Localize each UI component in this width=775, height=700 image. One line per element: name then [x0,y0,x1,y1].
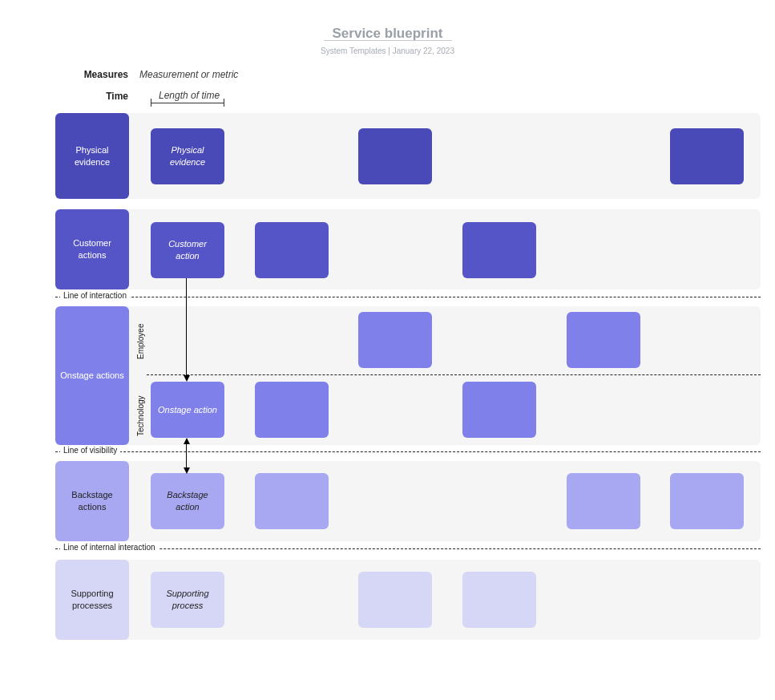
card-physical-evidence-3[interactable] [670,128,744,184]
card-customer-action-3[interactable] [462,222,536,278]
card-onstage-technology-1[interactable]: Onstage action [151,382,224,438]
arrow-up-icon [184,438,190,444]
card-text: Backstage action [151,473,224,529]
card-supporting-1[interactable]: Supporting process [151,572,224,628]
row-label-backstage-actions: Backstage actions [55,461,129,541]
divider-label: Line of internal interaction [60,543,159,552]
page-subtitle: System Templates | January 22, 2023 [0,47,775,55]
card-backstage-4[interactable] [670,473,744,529]
card-physical-evidence-1[interactable]: Physical evidence [151,128,224,184]
row-label-onstage-actions: Onstage actions [55,306,129,445]
card-onstage-technology-3[interactable] [462,382,536,438]
card-supporting-3[interactable] [462,572,536,628]
measures-value: Measurement or metric [139,69,238,80]
divider-label: Line of interaction [60,291,130,300]
card-onstage-employee-1[interactable] [358,312,432,368]
card-supporting-2[interactable] [358,572,432,628]
time-bracket-icon [151,99,224,107]
divider-line-of-internal-interaction: Line of internal interaction [55,544,761,555]
page-title: Service blueprint [0,26,775,42]
onstage-sub-divider [147,374,761,375]
card-backstage-3[interactable] [567,473,640,529]
divider-line-of-interaction: Line of interaction [55,292,761,303]
card-onstage-technology-2[interactable] [255,382,329,438]
row-label-physical-evidence: Physical evidence [55,113,129,199]
card-text: Physical evidence [151,128,224,184]
card-text: Onstage action [151,382,224,438]
card-onstage-employee-2[interactable] [567,312,640,368]
arrow-down-icon [184,467,190,474]
card-backstage-1[interactable]: Backstage action [151,473,224,529]
arrow-down-icon [184,375,190,382]
sublabel-technology: Technology [136,395,145,436]
divider-label: Line of visibility [60,446,120,455]
card-backstage-2[interactable] [255,473,329,529]
measures-label: Measures [52,69,128,80]
card-text: Customer action [151,222,224,278]
title-underline [324,40,452,41]
card-physical-evidence-2[interactable] [358,128,432,184]
card-customer-action-1[interactable]: Customer action [151,222,224,278]
arrow-onstage-backstage [186,443,187,469]
row-label-customer-actions: Customer actions [55,209,129,289]
card-text: Supporting process [151,572,224,628]
time-label: Time [52,91,128,102]
sublabel-employee: Employee [136,324,145,359]
card-customer-action-2[interactable] [255,222,329,278]
row-label-supporting-processes: Supporting processes [55,560,129,640]
divider-line-of-visibility: Line of visibility [55,447,761,458]
arrow-customer-to-onstage [186,278,187,376]
